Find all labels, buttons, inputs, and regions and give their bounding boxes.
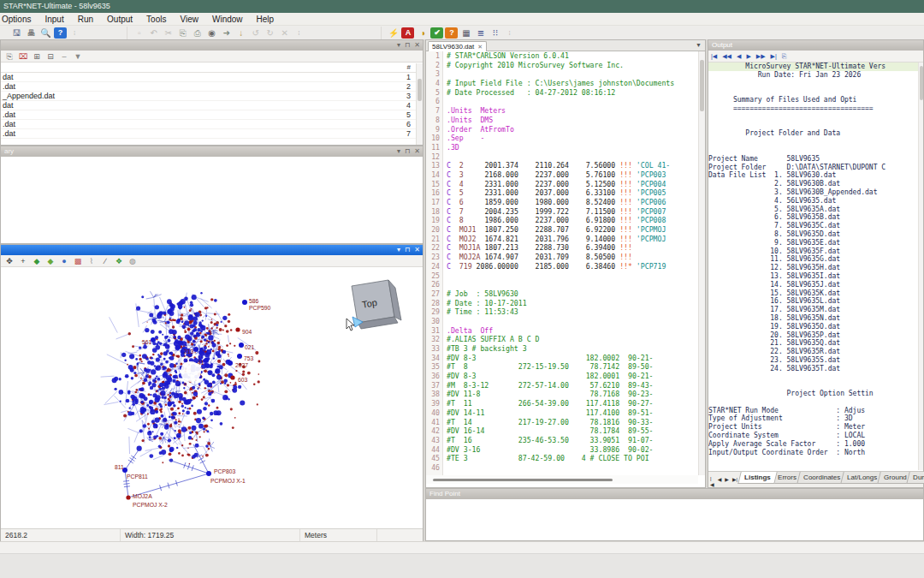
sphere-3d-icon[interactable]: ●	[58, 256, 70, 266]
find-icon[interactable]: ◉	[205, 27, 218, 39]
editor-line[interactable]: C 3 2168.000 2237.000 5.76100 !!! 'PCP00…	[447, 170, 698, 180]
network-plot-svg[interactable]: 586PCP590904021753202760321341561811PCP8…	[1, 267, 423, 530]
inverse-icon[interactable]: ▩	[72, 256, 84, 266]
menu-run[interactable]: Run	[71, 13, 100, 25]
file-list-scrollbar[interactable]	[416, 63, 423, 145]
editor-line[interactable]: # Time : 11:53:43	[447, 307, 698, 317]
paste-icon[interactable]: ⎙	[191, 27, 204, 39]
output-nav-icon[interactable]: ⎘	[782, 53, 787, 60]
panel-close-icon[interactable]: ✕	[414, 245, 420, 255]
file-row[interactable]: .dat2	[1, 82, 423, 92]
file-row[interactable]: .dat6	[1, 120, 423, 129]
output-tab-listings[interactable]: Listings	[737, 472, 777, 484]
editor-line[interactable]: #DV 14-11 117.4100 89-51-	[447, 408, 698, 418]
editor-line[interactable]: C 2 2001.374 2110.264 7.56000 !!! 'COL 4…	[447, 161, 698, 170]
menu-help[interactable]: Help	[250, 13, 281, 25]
file-row[interactable]: .dat5	[1, 110, 423, 120]
panel-close-icon[interactable]: ✕	[414, 40, 420, 51]
menu-window[interactable]: Window	[205, 13, 250, 25]
editor-line[interactable]	[447, 280, 698, 289]
menu-tools[interactable]: Tools	[139, 13, 173, 25]
editor-line[interactable]: #TB 3 # backsight 3	[447, 344, 698, 354]
tab-prev-icon[interactable]: ◀	[716, 472, 724, 482]
editor-line[interactable]: # Date Processed : 04-27-2012 08:16:12	[447, 88, 698, 98]
editor-line[interactable]: #DV 8-3 182.0001 90-21-	[447, 372, 698, 381]
goto-icon[interactable]: ➜	[220, 27, 233, 39]
output-nav-icon[interactable]: ▶▶	[756, 53, 766, 60]
add-file-icon[interactable]: ⊞	[31, 51, 43, 62]
remove-file-icon[interactable]: ⌧	[17, 51, 29, 62]
zoom-extents-icon[interactable]: ◆	[31, 256, 43, 266]
tab-list-dropdown-icon[interactable]: ▼	[696, 42, 702, 48]
editor-line[interactable]: .Delta Off	[447, 326, 698, 336]
help-icon[interactable]: ?	[54, 27, 67, 39]
output-nav-icon[interactable]: ◀◀	[722, 53, 732, 60]
editor-line[interactable]: .Units Meters	[447, 106, 698, 116]
run-adjustment-icon[interactable]: ⚡	[387, 27, 400, 39]
editor-line[interactable]	[447, 271, 698, 281]
editor-line[interactable]: C 6 1859.000 1980.000 8.52400 !!! 'PCP00…	[447, 198, 698, 207]
tab-first-icon[interactable]: |◀	[708, 472, 716, 487]
panel-pin-icon[interactable]: ⊓	[405, 40, 410, 51]
secondary-panel-titlebar[interactable]: ary ▾ ⊓ ✕	[1, 146, 423, 157]
editor-line[interactable]: .Units DMS	[447, 116, 698, 125]
panel-close-icon[interactable]: ✕	[414, 146, 420, 157]
editor-line[interactable]: #M 8-3-12 272-57-14.00 57.6210 89-43-	[447, 381, 698, 390]
editor-vertical-scrollbar[interactable]	[698, 51, 705, 475]
editor-line[interactable]: # STAR*CARLSON Version 6.0.41	[447, 51, 698, 61]
file-row[interactable]: _Appended.dat3	[1, 92, 423, 101]
tab-next-icon[interactable]: ▶	[723, 472, 731, 482]
file-row[interactable]: .dat7	[1, 129, 423, 139]
errors-icon[interactable]: A	[401, 27, 414, 39]
menu-view[interactable]: View	[173, 13, 205, 25]
editor-line[interactable]: C MOJ2A 1674.907 2031.709 8.50500 !!!	[447, 253, 698, 262]
editor-line[interactable]: C 8 1986.000 2237.000 6.91800 !!! 'PCP00…	[447, 216, 698, 225]
line-tool-icon[interactable]: ∕	[99, 256, 111, 266]
editor-body[interactable]: 1234567891011121314151617181920212223242…	[426, 51, 698, 475]
dropdown-icon[interactable]: ▼	[72, 51, 84, 62]
instrument-icon[interactable]: ◑	[416, 27, 429, 39]
zoom-in-icon[interactable]: +	[17, 256, 29, 266]
world-green-icon[interactable]: ❖	[113, 256, 125, 266]
output-scrollbar[interactable]	[918, 63, 923, 470]
output-titlebar[interactable]: Output	[708, 40, 923, 51]
menu-options[interactable]: Options	[0, 13, 38, 25]
open-file-icon[interactable]: ⎘	[3, 51, 15, 62]
print-preview-icon[interactable]: 🔍	[39, 27, 52, 39]
zoom-prev-icon[interactable]: ◆	[44, 256, 56, 266]
editor-line[interactable]: #T 16 235-46-53.50 33.9051 91-07-	[447, 436, 698, 445]
output-nav-icon[interactable]: ◀	[737, 53, 741, 60]
editor-line[interactable]: C 719 2086.00000 2185.000 6.38460 !!* 'P…	[447, 262, 698, 271]
editor-line[interactable]	[447, 152, 698, 162]
editor-tab-58lv9630[interactable]: 58LV9630.dat✕	[428, 41, 487, 51]
editor-line[interactable]	[447, 97, 698, 106]
editor-line[interactable]: C MOJ2 1674.821 2031.796 9.14000 !!! 'PC…	[447, 235, 698, 244]
panel-pin-icon[interactable]: ⊓	[405, 245, 410, 255]
editor-line[interactable]: .Sep -	[447, 134, 698, 143]
editor-line[interactable]: #DV 8-3 182.0002 90-21-	[447, 354, 698, 363]
network-plot[interactable]: 586PCP590904021753202760321341561811PCP8…	[1, 267, 423, 530]
editor-line[interactable]: C MOJ1 1807.250 2288.707 6.92200 !!! 'PC…	[447, 225, 698, 235]
editor-code[interactable]: # STAR*CARLSON Version 6.0.41# Copyright…	[447, 51, 698, 475]
view-cube[interactable]: Top	[346, 280, 401, 331]
columns-icon[interactable]: ⁝⁝	[489, 27, 501, 39]
editor-line[interactable]: #DV 3-16 33.8986 90-02-	[447, 445, 698, 455]
editor-line[interactable]: C 7 2004.235 1999.722 7.11500 !!! 'PCP00…	[447, 207, 698, 217]
editor-line[interactable]	[447, 317, 698, 326]
find-point-titlebar[interactable]: Find Point	[426, 489, 923, 499]
panel-pin-icon[interactable]: ⊓	[405, 146, 410, 157]
file-list-titlebar[interactable]: ▾ ⊓ ✕	[1, 40, 423, 51]
editor-line[interactable]: #.ALIAS SUFFIX A B C D	[447, 335, 698, 344]
editor-line[interactable]: C 4 2331.000 2237.000 5.12500 !!! 'PCP00…	[447, 180, 698, 189]
editor-line[interactable]: #TE 3 87-42-59.00 4 # CLOSE TO POI	[447, 454, 698, 463]
output-tab-dump[interactable]: Dump	[907, 472, 924, 484]
check-icon[interactable]: ✔	[430, 27, 443, 39]
globe-icon[interactable]: ◍	[127, 256, 139, 266]
listing-icon[interactable]: ≣	[474, 27, 487, 39]
pan-icon[interactable]: ✥	[3, 256, 15, 266]
copy-icon[interactable]: ⎘	[176, 27, 189, 39]
options-icon[interactable]: ?	[445, 27, 458, 39]
editor-line[interactable]: .Order AtFromTo	[447, 125, 698, 134]
output-nav-icon[interactable]: ▶|	[771, 53, 777, 60]
insert-file-icon[interactable]: ⊟	[44, 51, 56, 62]
